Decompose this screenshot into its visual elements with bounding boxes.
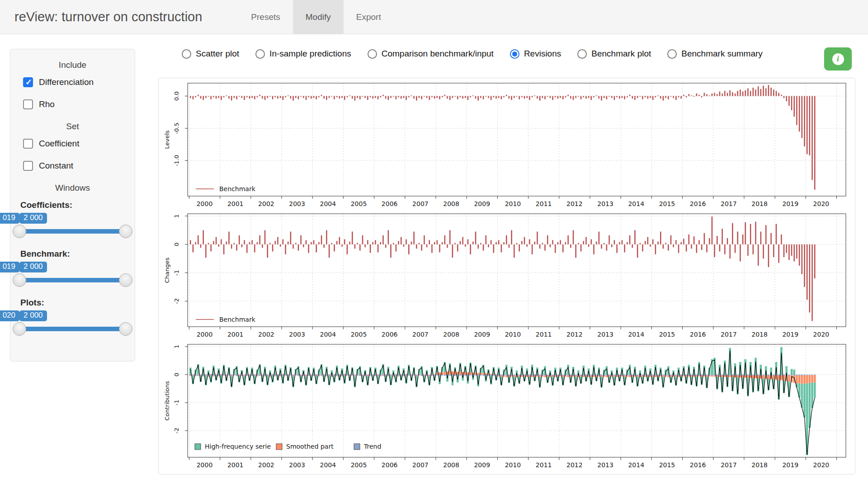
svg-text:2014: 2014 [628,461,644,469]
tab-modify-label: Modify [306,12,331,22]
svg-text:2001: 2001 [227,200,244,207]
plots-to-handle[interactable] [119,322,132,336]
checkbox-constant[interactable]: Constant [23,161,126,171]
benchmark-from-handle[interactable] [13,273,26,287]
nav-tabs: Presets Modify Export [238,0,393,34]
tab-export[interactable]: Export [344,0,394,34]
svg-text:2020: 2020 [813,331,830,338]
plots-from-handle[interactable] [13,322,26,336]
svg-text:2020: 2020 [813,461,830,469]
set-heading: Set [19,122,126,131]
svg-text:2002: 2002 [258,331,274,338]
svg-text:0: 0 [173,243,180,246]
slider-active-bar [19,229,126,234]
radio-benchmark-plot-dot[interactable] [577,49,587,59]
svg-text:-0.5: -0.5 [173,122,180,134]
svg-text:0: 0 [173,373,180,376]
svg-text:2008: 2008 [443,461,459,469]
header: reView: turnover on construction Presets… [0,0,868,34]
slider-active-bar [19,278,126,282]
app-title: reView: turnover on construction [14,9,202,24]
radio-benchmark-plot-label: Benchmark plot [591,49,651,59]
svg-text:2017: 2017 [721,331,737,338]
svg-text:2005: 2005 [351,200,367,207]
radio-revisions-dot[interactable] [510,49,519,59]
radio-benchmark-plot[interactable]: Benchmark plot [577,49,651,59]
svg-text:2020: 2020 [813,200,830,207]
svg-text:2006: 2006 [382,461,398,469]
plots-from-badge: 2 000 [19,310,47,321]
checkbox-differenciation[interactable]: Differenciation [23,77,126,87]
radio-insample-predictions[interactable]: In-sample predictions [255,49,351,59]
svg-text:2012: 2012 [566,461,583,469]
svg-text:2013: 2013 [597,461,613,469]
radio-scatter-plot-label: Scatter plot [196,49,239,59]
svg-text:2018: 2018 [751,331,768,338]
svg-text:Trend: Trend [363,443,381,450]
slider-active-bar [19,327,126,331]
checkbox-coefficient-label: Coefficient [39,139,79,149]
svg-text:2004: 2004 [320,461,336,469]
svg-text:2018: 2018 [751,200,768,207]
benchmark-slider-label: Benchmark: [20,249,126,259]
svg-text:2016: 2016 [690,200,706,207]
checkbox-rho[interactable]: Rho [23,99,126,109]
svg-text:2017: 2017 [721,200,737,207]
svg-text:-1: -1 [173,400,180,406]
benchmark-range-slider: 2 000 2 019 [19,262,126,291]
checkbox-differenciation-box[interactable] [23,77,33,87]
checkbox-coefficient[interactable]: Coefficient [23,139,126,149]
svg-text:Benchmark: Benchmark [219,316,256,323]
checkbox-coefficient-box[interactable] [23,139,33,149]
svg-text:2004: 2004 [320,200,336,207]
checkbox-rho-box[interactable] [23,99,33,109]
svg-text:2011: 2011 [536,200,552,207]
benchmark-to-handle[interactable] [119,273,132,287]
checkbox-rho-label: Rho [39,99,55,109]
radio-insample-predictions-label: In-sample predictions [269,49,351,59]
svg-text:2008: 2008 [443,200,459,207]
svg-text:2003: 2003 [289,200,305,207]
radio-benchmark-summary[interactable]: Benchmark summary [667,49,763,59]
tab-modify[interactable]: Modify [293,0,344,34]
svg-text:2017: 2017 [721,461,737,469]
plots-range-slider: 2 000 2 020 [19,310,126,339]
svg-text:2005: 2005 [351,331,367,338]
svg-text:2009: 2009 [474,331,490,338]
svg-text:2011: 2011 [536,461,552,469]
radio-revisions[interactable]: Revisions [510,49,561,59]
radio-scatter-plot[interactable]: Scatter plot [182,49,239,59]
radio-benchmark-summary-dot[interactable] [667,49,677,59]
svg-text:2007: 2007 [412,461,429,469]
tab-presets[interactable]: Presets [238,0,292,34]
changes-chart: 2000200120022003200420052006200720082009… [162,211,851,342]
benchmark-from-badge: 2 000 [19,262,47,272]
svg-text:2010: 2010 [505,461,521,469]
svg-text:2002: 2002 [258,461,274,469]
checkbox-differenciation-label: Differenciation [39,77,94,87]
radio-insample-predictions-dot[interactable] [255,49,265,59]
radio-comparison-benchmark-input[interactable]: Comparison benchmark/input [368,49,494,59]
info-icon-glyph: i [837,54,839,64]
revisions-chart-card: 2000200120022003200420052006200720082009… [158,78,855,474]
info-button[interactable]: i [824,47,852,70]
svg-text:Smoothed part: Smoothed part [286,443,334,450]
svg-text:2019: 2019 [782,331,798,338]
windows-heading: Windows [19,183,126,193]
svg-text:High-frequency serie: High-frequency serie [205,443,271,450]
checkbox-constant-box[interactable] [23,161,33,171]
sidebar-panel: Include Differenciation Rho Set Coeffici… [10,49,135,361]
svg-text:2019: 2019 [782,461,798,469]
tab-presets-label: Presets [251,12,280,22]
checkbox-constant-label: Constant [39,161,73,171]
radio-comparison-benchmark-input-dot[interactable] [368,49,377,59]
tab-export-label: Export [356,12,381,22]
svg-text:2000: 2000 [197,461,213,469]
svg-text:2005: 2005 [351,461,367,469]
svg-text:1: 1 [173,214,180,218]
svg-text:2008: 2008 [443,331,459,338]
coefficients-from-handle[interactable] [13,225,26,238]
coefficients-to-handle[interactable] [119,225,132,238]
radio-scatter-plot-dot[interactable] [182,49,191,59]
svg-text:2015: 2015 [659,331,675,338]
